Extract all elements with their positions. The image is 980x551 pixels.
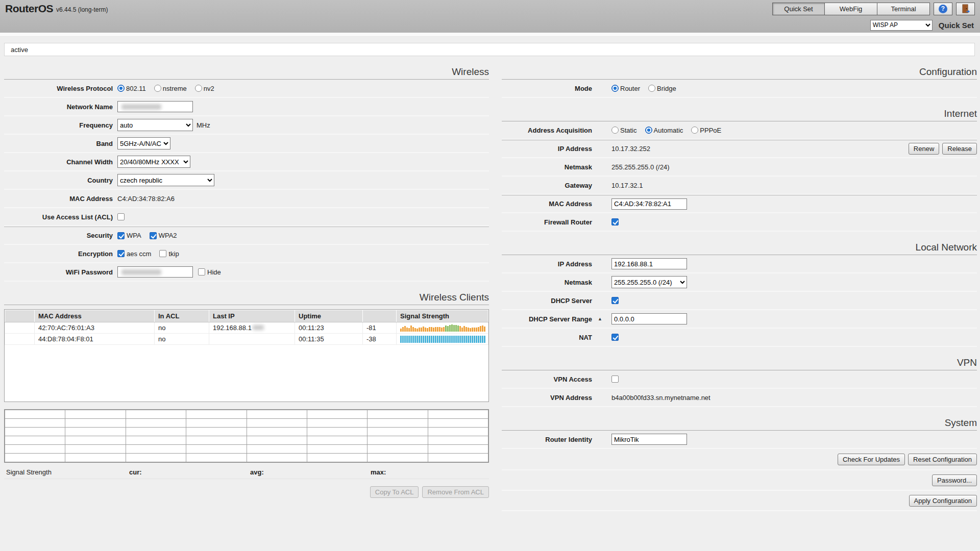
max-label: max: [371,468,386,476]
configuration-section-title: Configuration [502,61,977,80]
protocol-nstreme-radio[interactable]: nstreme [154,85,187,92]
history-grid-body [5,410,488,462]
dhcp-server-checkbox[interactable] [611,297,619,304]
client-signal-bars [397,322,488,334]
band-label: Band [4,140,117,147]
channel-width-select[interactable]: 20/40/80MHz XXXX [117,156,190,168]
dhcp-range-input[interactable] [611,313,687,324]
col-uptime[interactable]: Uptime [295,310,363,322]
wpa2-label: WPA2 [159,232,177,239]
lan-ip-label: IP Address [502,260,611,268]
nat-checkbox[interactable] [611,334,619,341]
lan-ip-input[interactable] [611,258,687,269]
signal-strength-footer: Signal Strength cur: avg: max: [4,466,489,479]
col-last-ip[interactable]: Last IP [209,310,295,322]
security-row: Security WPA WPA2 [4,227,489,245]
wpa2-checkbox [150,232,157,239]
encryption-tkip-option[interactable]: tkip [159,250,179,258]
hide-password-label: Hide [207,268,221,276]
mode-bridge-radio[interactable]: Bridge [648,85,676,92]
encryption-aes-option[interactable]: aes ccm [117,250,151,258]
vpn-address-label: VPN Address [502,394,611,402]
firewall-router-checkbox[interactable] [611,218,619,226]
client-row[interactable]: 44:D8:78:04:F8:01 no 00:11:35 -38 [5,334,488,345]
collapse-triangle-icon[interactable]: ▲ [598,316,602,321]
col-signal-strength[interactable]: Signal Strength [397,310,488,322]
release-button[interactable]: Release [942,143,977,155]
wan-ip-value: 10.17.32.252 [611,145,650,153]
router-identity-input[interactable] [611,434,687,445]
acq-automatic-radio[interactable]: Automatic [645,127,683,134]
hide-password-checkbox [198,268,205,276]
address-acquisition-row: Address Acquisition Static Automatic PPP… [502,121,977,140]
check-for-updates-button[interactable]: Check For Updates [838,454,905,465]
signal-strength-label: Signal Strength [6,468,52,476]
wireless-section-title: Wireless [4,61,489,80]
nav-terminal-button[interactable]: Terminal [877,3,930,15]
protocol-nv2-label: nv2 [204,85,214,92]
firewall-router-row: Firewall Router [502,213,977,232]
acq-pppoe-radio[interactable]: PPPoE [691,127,721,134]
reset-configuration-button[interactable]: Reset Configuration [908,454,977,465]
radio-icon [691,127,698,134]
address-acquisition-label: Address Acquisition [502,127,611,134]
protocol-nstreme-label: nstreme [163,85,187,92]
col-mac-address[interactable]: MAC Address [35,310,155,322]
wireless-mac-value: C4:AD:34:78:82:A6 [117,195,175,203]
help-button[interactable]: ? [934,3,952,15]
row-selector[interactable] [5,322,35,334]
internet-section-title: Internet [502,105,977,121]
dhcp-range-row: DHCP Server Range ▲ [502,310,977,329]
col-select [5,310,35,322]
wan-netmask-value: 255.255.255.0 (/24) [611,163,669,171]
mode-row: Mode Router Bridge [502,80,977,98]
client-last-ip [209,334,295,345]
quickset-mode-select[interactable]: WISP AP [870,20,933,31]
protocol-nv2-radio[interactable]: nv2 [195,85,214,92]
system-buttons-row-1: Check For Updates Reset Configuration [502,449,977,470]
router-identity-row: Router Identity [502,431,977,449]
radio-icon [117,85,125,92]
country-select[interactable]: czech republic [117,174,214,186]
col-in-acl[interactable]: In ACL [155,310,209,322]
redacted-value [121,104,161,110]
mode-bridge-label: Bridge [657,85,676,92]
local-network-section-title: Local Network [502,239,977,255]
lan-netmask-select[interactable]: 255.255.255.0 (/24) [611,276,687,288]
tkip-label: tkip [168,250,179,258]
client-in-acl: no [155,322,209,334]
page-title: Quick Set [939,21,974,30]
vpn-section-title: VPN [502,354,977,370]
use-acl-row: Use Access List (ACL) [4,208,489,227]
client-row[interactable]: 42:70:AC:76:01:A3 no 192.168.88.1 00:11:… [5,322,488,334]
mode-router-radio[interactable]: Router [611,85,640,92]
security-wpa2-option[interactable]: WPA2 [150,232,177,239]
acq-static-radio[interactable]: Static [611,127,637,134]
vpn-access-label: VPN Access [502,375,611,383]
signal-history-grid [4,409,489,463]
nav-quick-set-button[interactable]: Quick Set [772,3,825,15]
security-wpa-option[interactable]: WPA [117,232,141,239]
wan-ip-label: IP Address [502,145,611,153]
vpn-access-checkbox[interactable] [611,375,619,383]
apply-configuration-button[interactable]: Apply Configuration [909,495,977,507]
copy-to-acl-button[interactable]: Copy To ACL [370,486,419,498]
protocol-80211-radio[interactable]: 802.11 [117,85,146,92]
system-buttons-row-2: Password... [502,470,977,491]
client-signal-value: -38 [363,334,397,345]
use-acl-checkbox[interactable] [117,213,125,220]
remove-from-acl-button[interactable]: Remove From ACL [422,486,489,498]
wan-mac-input[interactable] [611,198,687,210]
password-button[interactable]: Password... [932,474,977,486]
row-selector[interactable] [5,334,35,345]
country-label: Country [4,177,117,184]
band-select[interactable]: 5GHz-A/N/AC [117,137,170,149]
renew-button[interactable]: Renew [909,143,939,155]
frequency-select[interactable]: auto [117,119,193,131]
hide-password-option[interactable]: Hide [198,268,221,276]
nav-webfig-button[interactable]: WebFig [825,3,877,15]
logout-button[interactable] [956,3,975,15]
client-last-ip: 192.168.88.1 [209,322,295,334]
wireless-mac-label: MAC Address [4,195,117,203]
wireless-protocol-row: Wireless Protocol 802.11 nstreme nv2 [4,80,489,98]
